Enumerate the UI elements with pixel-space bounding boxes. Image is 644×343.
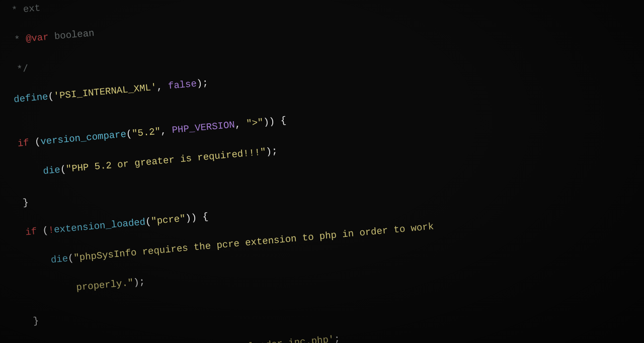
code-editor[interactable]: * ext * @var boolean */ define('PSI_INTE… (0, 0, 644, 343)
